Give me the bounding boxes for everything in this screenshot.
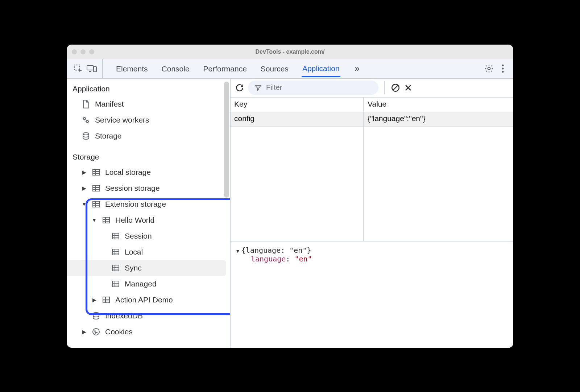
sidebar-item-local-storage[interactable]: ▶ Local storage: [67, 164, 230, 180]
svg-point-9: [86, 120, 88, 123]
database-icon: [81, 132, 91, 140]
preview-summary-line[interactable]: ▼{language: "en"}: [236, 246, 508, 255]
svg-rect-35: [112, 265, 119, 271]
kebab-icon[interactable]: [501, 64, 505, 73]
scrollbar[interactable]: [224, 82, 229, 198]
table-icon: [102, 296, 111, 304]
sidebar-item-cookies[interactable]: ▶ Cookies: [67, 324, 230, 340]
table-row[interactable]: config {"language":"en"}: [231, 112, 513, 127]
table-icon: [111, 280, 120, 288]
sidebar-item-local[interactable]: Local: [67, 244, 230, 260]
sidebar-item-managed[interactable]: Managed: [67, 276, 230, 292]
more-tabs-icon[interactable]: »: [353, 63, 362, 74]
header-key[interactable]: Key: [231, 98, 364, 112]
tab-performance[interactable]: Performance: [203, 60, 248, 77]
main: Application Manifest Service workers: [67, 79, 513, 348]
svg-point-50: [96, 332, 97, 333]
svg-point-8: [83, 117, 86, 120]
svg-rect-1: [87, 66, 93, 70]
svg-rect-39: [112, 281, 119, 287]
storage-table: Key Value config {"language":"en"}: [231, 98, 513, 241]
svg-point-51: [95, 333, 96, 333]
tab-application[interactable]: Application: [302, 60, 340, 77]
svg-rect-27: [112, 233, 119, 239]
sidebar-item-session-storage[interactable]: ▶ Session storage: [67, 180, 230, 196]
traffic-close[interactable]: [72, 49, 77, 54]
triangle-down-icon: ▼: [91, 217, 97, 223]
tab-sources[interactable]: Sources: [260, 60, 289, 77]
filter-input[interactable]: [266, 83, 372, 92]
svg-point-5: [502, 64, 504, 66]
svg-point-6: [502, 67, 504, 69]
cell-value[interactable]: {"language":"en"}: [364, 112, 513, 126]
section-application: Application: [67, 82, 230, 96]
svg-line-53: [393, 85, 398, 90]
table-icon: [102, 216, 111, 224]
svg-point-48: [93, 329, 99, 335]
triangle-right-icon: ▶: [91, 297, 97, 303]
tabbar: Elements Console Performance Sources App…: [67, 59, 513, 79]
svg-rect-19: [93, 201, 99, 207]
svg-rect-15: [93, 185, 99, 191]
titlebar: DevTools - example.com/: [67, 45, 513, 59]
traffic-lights[interactable]: [72, 49, 94, 54]
sidebar-item-storage[interactable]: Storage: [67, 128, 230, 144]
sidebar: Application Manifest Service workers: [67, 79, 231, 348]
gears-icon: [81, 116, 91, 124]
traffic-zoom[interactable]: [89, 49, 94, 54]
traffic-minimize[interactable]: [80, 49, 86, 54]
table-icon: [91, 200, 101, 208]
table-icon: [111, 264, 120, 272]
svg-point-4: [488, 67, 490, 70]
preview-property-line: language: "en": [236, 255, 508, 263]
svg-rect-11: [93, 169, 99, 175]
svg-point-10: [83, 133, 89, 135]
table-empty-area[interactable]: [231, 127, 513, 241]
database-icon: [91, 311, 101, 320]
svg-point-47: [93, 313, 99, 315]
section-storage: Storage: [67, 150, 230, 164]
table-header: Key Value: [231, 98, 513, 112]
value-preview: ▼{language: "en"} language: "en": [231, 241, 513, 348]
tab-console[interactable]: Console: [161, 60, 190, 77]
inspect-icon[interactable]: [73, 64, 83, 73]
sidebar-item-hello-world[interactable]: ▼ Hello World: [67, 212, 230, 228]
table-icon: [111, 232, 120, 240]
svg-point-7: [502, 71, 504, 73]
delete-icon[interactable]: [404, 83, 413, 92]
device-toggle-icon[interactable]: [86, 64, 97, 73]
svg-point-49: [95, 331, 95, 331]
devtools-window: DevTools - example.com/ Elements Console: [67, 45, 513, 348]
triangle-down-icon[interactable]: ▼: [236, 248, 239, 254]
table-icon: [91, 168, 101, 176]
document-icon: [81, 99, 91, 109]
storage-toolbar: [231, 79, 513, 98]
sidebar-item-action-api-demo[interactable]: ▶ Action API Demo: [67, 292, 230, 308]
svg-rect-23: [103, 217, 109, 223]
clear-all-icon[interactable]: [391, 83, 400, 92]
separator: [384, 81, 385, 94]
triangle-down-icon: ▼: [81, 201, 87, 207]
filter-icon: [254, 84, 262, 91]
svg-rect-3: [94, 67, 96, 72]
table-icon: [91, 184, 101, 192]
filter-field[interactable]: [248, 81, 378, 95]
cell-key[interactable]: config: [231, 112, 364, 126]
tab-elements[interactable]: Elements: [115, 60, 149, 77]
gear-icon[interactable]: [484, 64, 494, 73]
sidebar-item-session[interactable]: Session: [67, 228, 230, 244]
table-icon: [111, 248, 120, 256]
sidebar-item-extension-storage[interactable]: ▼ Extension storage: [67, 196, 230, 212]
triangle-right-icon: ▶: [81, 185, 87, 191]
svg-rect-43: [103, 297, 109, 303]
refresh-icon[interactable]: [235, 83, 244, 92]
sidebar-item-sync[interactable]: Sync: [67, 260, 226, 276]
triangle-right-icon: ▶: [81, 169, 87, 175]
header-value[interactable]: Value: [364, 98, 513, 112]
storage-panel: Key Value config {"language":"en"} ▼{lan…: [231, 79, 513, 348]
sidebar-item-service-workers[interactable]: Service workers: [67, 112, 230, 128]
sidebar-item-manifest[interactable]: Manifest: [67, 96, 230, 112]
triangle-right-icon: ▶: [81, 329, 87, 335]
window-title: DevTools - example.com/: [67, 49, 513, 55]
sidebar-item-indexeddb[interactable]: ▶ IndexedDB: [67, 308, 230, 324]
